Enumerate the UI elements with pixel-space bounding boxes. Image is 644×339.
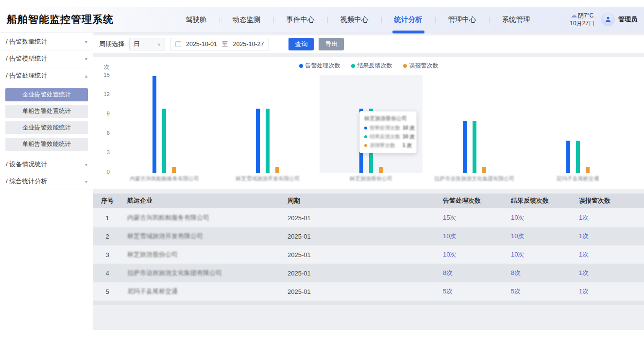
column-header: 序号	[93, 194, 121, 208]
chevron-down-icon: ▾	[85, 179, 87, 184]
handled-count-link[interactable]: 10次	[443, 232, 456, 240]
false-alarm-count-link[interactable]: 1次	[579, 288, 589, 295]
bar-误报警次数[interactable]	[379, 167, 383, 173]
bar-告警处理次数[interactable]	[153, 76, 156, 173]
cell-feedback: 10次	[505, 209, 573, 226]
nav-item-video-center[interactable]: 视频中心	[328, 7, 381, 32]
y-tick-label: 0	[93, 169, 110, 175]
bar-结果反馈次数[interactable]	[162, 109, 166, 173]
app-body: / 告警数量统计▾/ 告警模型统计▾/ 告警处理统计▴企业告警处置统计单船告警处…	[0, 32, 644, 330]
cell-seq: 3	[93, 246, 121, 263]
y-tick-label: 12	[93, 91, 110, 97]
company-name: 林芝旅游股份公司	[127, 251, 178, 258]
app-title: 船舶智能监控管理系统	[0, 13, 173, 26]
sidebar-group-label: / 综合统计分析	[6, 177, 47, 186]
sidebar-group-label: / 告警处理统计	[6, 71, 47, 80]
feedback-count-link[interactable]: 5次	[511, 288, 521, 295]
nav-item-label: 管理中心	[448, 15, 476, 24]
chevron-down-icon: ∨	[157, 42, 161, 47]
nav-item-label: 系统管理	[502, 15, 530, 24]
bar-误报警次数[interactable]	[482, 167, 486, 173]
legend-item[interactable]: 结果反馈次数	[351, 62, 392, 70]
handled-count-link[interactable]: 8次	[443, 269, 453, 276]
false-alarm-count-link[interactable]: 1次	[579, 214, 589, 221]
weather-condition: 阴7°C	[578, 12, 593, 19]
sidebar-group-label: / 设备情况统计	[6, 160, 47, 169]
sidebar-item-alarm-count[interactable]: / 告警数量统计▾	[0, 33, 93, 50]
bar-误报警次数[interactable]	[586, 167, 590, 173]
chevron-down-icon: ▾	[85, 56, 87, 62]
chevron-down-icon: ▾	[85, 162, 87, 167]
sidebar-item-enterprise-alarm-efficiency[interactable]: 企业告警效能统计	[5, 121, 88, 134]
sidebar-item-ship-alarm-disposal[interactable]: 单船告警处置统计	[5, 105, 88, 118]
handled-count-link[interactable]: 10次	[443, 251, 456, 258]
weather-date: 10月27日	[570, 19, 594, 27]
search-button[interactable]: 查询	[288, 38, 314, 50]
company-name: 林芝雪域旅游开发有限公司	[127, 232, 203, 240]
feedback-count-link[interactable]: 10次	[511, 251, 524, 258]
sidebar-group-alarm-count: / 告警数量统计▾	[0, 33, 93, 50]
nav-item-dynamic-monitor[interactable]: 动态监测	[220, 7, 273, 32]
feedback-count-link[interactable]: 10次	[511, 232, 524, 240]
export-button[interactable]: 导出	[319, 38, 344, 50]
company-name: 尼玛子县尾桥交通	[127, 288, 178, 295]
nav-item-system-management[interactable]: 系统管理	[490, 7, 543, 32]
nav-item-management-center[interactable]: 管理中心	[436, 7, 489, 32]
y-tick-label: 3	[93, 149, 110, 155]
feedback-count-link[interactable]: 8次	[511, 269, 521, 276]
nav-item-label: 动态监测	[233, 15, 261, 24]
sidebar-item-comprehensive-analysis[interactable]: / 综合统计分析▾	[0, 173, 93, 190]
bar-告警处理次数[interactable]	[256, 109, 260, 173]
date-end[interactable]: 2025-10-27	[233, 41, 264, 48]
cell-company: 尼玛子县尾桥交通	[121, 283, 282, 300]
date-start[interactable]: 2025-10-01	[186, 41, 217, 48]
cell-company: 内蒙古兴凯船舶服务有限公司	[121, 209, 282, 226]
handled-count-link[interactable]: 15次	[443, 214, 456, 221]
nav-item-cockpit[interactable]: 驾驶舱	[173, 7, 220, 32]
nav-item-event-center[interactable]: 事件中心	[274, 7, 327, 32]
period-select[interactable]: 日 ∨	[129, 38, 165, 50]
nav-item-statistics[interactable]: 统计分析	[382, 7, 435, 32]
nav-item-label: 事件中心	[287, 15, 315, 24]
chart-category-band	[526, 75, 629, 173]
user-icon	[604, 16, 612, 23]
table-bottom-sliver	[93, 301, 644, 305]
active-tab-underline	[392, 31, 424, 33]
chart-category-band	[423, 75, 526, 173]
tooltip-row: 结果反馈次数10 次	[364, 133, 412, 140]
sidebar-item-alarm-model[interactable]: / 告警模型统计▾	[0, 50, 93, 67]
false-alarm-count-link[interactable]: 1次	[579, 269, 589, 276]
bar-结果反馈次数[interactable]	[576, 141, 580, 173]
y-tick-label: 15	[93, 72, 110, 78]
app-header: 船舶智能监控管理系统 驾驶舱动态监测事件中心视频中心统计分析管理中心系统管理 ☁…	[0, 7, 644, 32]
user-menu[interactable]: 管理员	[601, 13, 644, 26]
sidebar-group-label: / 告警模型统计	[6, 54, 47, 63]
legend-dot	[403, 64, 407, 68]
bar-误报警次数[interactable]	[172, 167, 176, 173]
bar-告警处理次数[interactable]	[566, 141, 570, 173]
sidebar-item-alarm-handling[interactable]: / 告警处理统计▴	[0, 67, 93, 84]
false-alarm-count-link[interactable]: 1次	[579, 232, 589, 240]
cell-handled: 8次	[437, 264, 505, 282]
bar-告警处理次数[interactable]	[463, 121, 467, 173]
cell-company: 林芝雪域旅游开发有限公司	[121, 227, 282, 245]
legend-item[interactable]: 误报警次数	[403, 62, 439, 70]
handled-count-link[interactable]: 5次	[443, 288, 453, 295]
false-alarm-count-link[interactable]: 1次	[579, 251, 589, 258]
legend-item[interactable]: 告警处理次数	[299, 62, 340, 70]
bar-结果反馈次数[interactable]	[473, 121, 476, 173]
bar-结果反馈次数[interactable]	[266, 109, 270, 173]
sidebar-submenu: 企业告警处置统计单船告警处置统计企业告警效能统计单船告警效能统计	[0, 84, 93, 156]
bar-误报警次数[interactable]	[275, 167, 279, 173]
sidebar-group-device-status: / 设备情况统计▾	[0, 156, 93, 173]
cell-handled: 10次	[437, 227, 505, 245]
sidebar-group-comprehensive-analysis: / 综合统计分析▾	[0, 173, 93, 190]
x-axis-label: 林芝雪域旅游开发有限公司	[216, 175, 320, 182]
y-tick-label: 9	[93, 111, 110, 116]
sidebar-item-device-status[interactable]: / 设备情况统计▾	[0, 156, 93, 173]
date-range-picker[interactable]: 2025-10-01 至 2025-10-27	[170, 38, 269, 50]
sidebar-item-ship-alarm-efficiency[interactable]: 单船告警效能统计	[5, 138, 88, 151]
feedback-count-link[interactable]: 10次	[511, 214, 524, 221]
sidebar-item-enterprise-alarm-disposal[interactable]: 企业告警处置统计	[5, 88, 88, 101]
column-header: 结果反馈次数	[505, 194, 573, 208]
